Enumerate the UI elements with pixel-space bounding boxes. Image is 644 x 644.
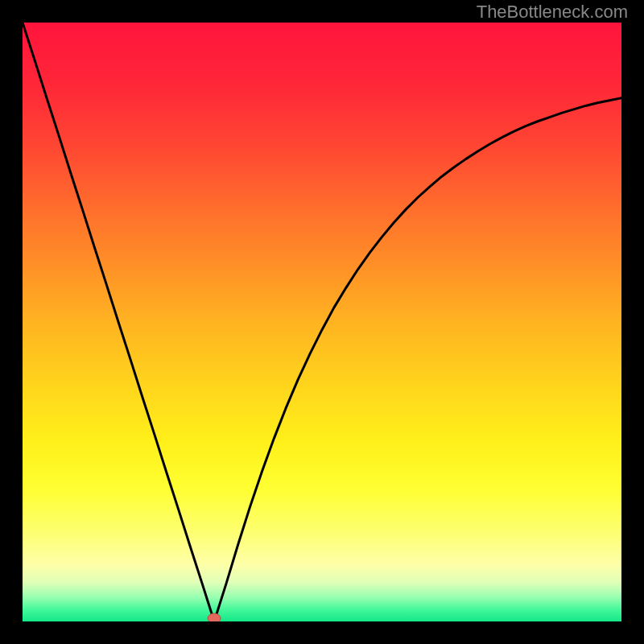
chart-frame: TheBottleneck.com: [0, 0, 644, 644]
optimal-point-marker: [208, 613, 221, 621]
bottleneck-chart: [23, 23, 621, 621]
gradient-background: [23, 23, 621, 621]
watermark-text: TheBottleneck.com: [477, 2, 628, 23]
